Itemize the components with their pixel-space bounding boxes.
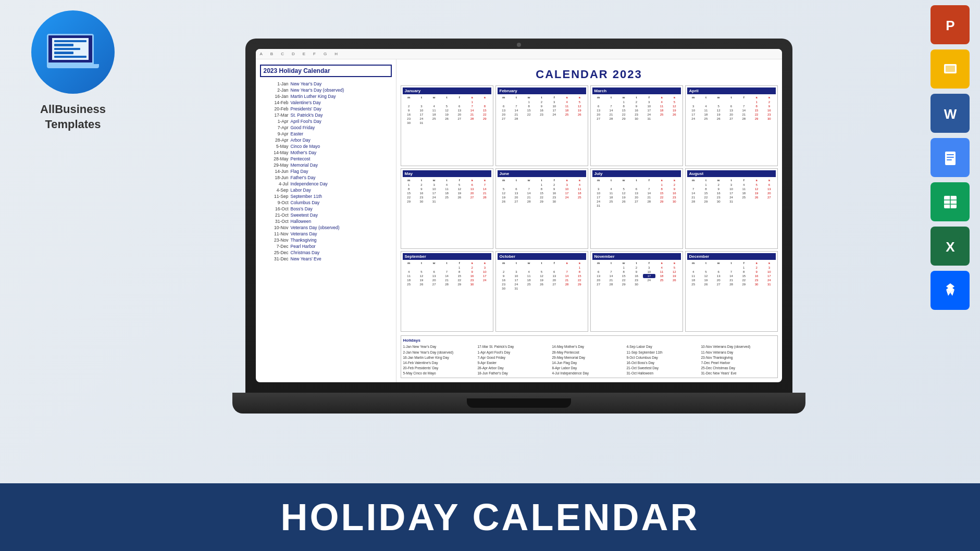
holiday-list-item: 14-FebValentine's Day [260, 100, 392, 105]
week-row: 123456 [687, 183, 776, 187]
day-cell: 24 [548, 112, 561, 117]
day-cell [510, 183, 523, 187]
day-cell: 9 [630, 104, 642, 108]
day-cell [605, 204, 617, 208]
holiday-name: New Year's Day [291, 81, 322, 86]
word-icon[interactable]: W [931, 94, 970, 133]
day-cell: 3 [643, 100, 655, 104]
holiday-date: 28-Apr [260, 137, 289, 143]
day-cell: 4 [605, 187, 617, 191]
week-row: 21222324252627 [687, 195, 776, 199]
day-cell: 18 [655, 108, 668, 112]
day-cell: 9 [668, 187, 680, 191]
week-row: 3031 [498, 286, 586, 291]
day-cell: 12 [700, 274, 712, 278]
holiday-col-1: 1-Jan New Year's Day2-Jan New Year's Day… [403, 344, 477, 375]
week-row: 16171819202122 [403, 112, 491, 117]
day-cell [535, 117, 548, 121]
holiday-date: 9-Oct [260, 200, 289, 205]
day-cell: 5 [573, 100, 586, 104]
day-cell: 30 [466, 282, 478, 286]
day-cell: 28 [605, 117, 617, 121]
holiday-name: Pearl Harbor [291, 244, 316, 249]
day-cell: 18 [561, 108, 573, 112]
holiday-name: Cinco de Mayo [291, 144, 320, 149]
day-cell: 5 [668, 100, 680, 104]
day-cell [617, 183, 630, 187]
day-header: w [712, 95, 725, 99]
month-name-october: October [498, 253, 586, 260]
day-cell: 11 [687, 274, 700, 278]
day-cell: 8 [535, 187, 548, 191]
day-cell: 8 [738, 270, 750, 274]
google-slides-icon[interactable] [931, 49, 970, 89]
week-row: 24252627282930 [592, 199, 681, 204]
month-block-november: Novembermtwtfss1234567891011121314151617… [590, 251, 683, 332]
day-cell: 13 [453, 108, 466, 112]
day-cell: 1 [750, 100, 763, 104]
day-cell [510, 266, 523, 270]
google-sheets-icon[interactable] [931, 182, 970, 221]
powerpoint-icon[interactable]: P [931, 5, 970, 44]
svg-rect-9 [947, 154, 954, 155]
holiday-date: 17-Mar [260, 112, 289, 118]
day-header: t [535, 178, 548, 182]
day-cell: 15 [617, 108, 630, 112]
day-cell: 18 [573, 191, 586, 195]
holiday-list-item: 14-JunFlag Day [260, 169, 392, 174]
dropbox-icon[interactable] [931, 271, 970, 310]
week-row: 12345 [592, 266, 681, 270]
holiday-name: Veterans Day (observed) [291, 225, 340, 230]
day-cell: 7 [605, 270, 617, 274]
day-cell: 14 [466, 108, 478, 112]
bottom-holidays-section: Holidays 1-Jan New Year's Day2-Jan New Y… [401, 335, 778, 378]
day-cell [738, 100, 750, 104]
day-cell: 30 [763, 117, 775, 121]
day-cell: 17 [428, 191, 440, 195]
week-row: 22232425262728 [403, 195, 491, 199]
day-cell: 22 [403, 195, 415, 199]
calendar-panel: CALENDAR 2023 Januarymtwtfss123456789101… [396, 59, 782, 382]
day-cell: 28 [605, 282, 617, 286]
day-cell: 3 [643, 266, 655, 270]
day-header: m [403, 178, 415, 182]
holiday-name: Memorial Day [291, 162, 318, 168]
day-cell: 11 [573, 187, 586, 191]
day-header: s [561, 261, 573, 265]
holiday-list-item: 7-DecPearl Harbor [260, 244, 392, 249]
week-row: 16171819202122 [498, 278, 586, 282]
excel-icon[interactable]: X [931, 227, 970, 266]
day-cell [561, 199, 573, 204]
day-cell [738, 199, 750, 204]
day-header: m [592, 95, 605, 99]
day-cell: 24 [643, 112, 655, 117]
google-docs-icon[interactable] [931, 138, 970, 177]
day-cell: 17 [643, 108, 655, 112]
day-cell: 11 [403, 274, 415, 278]
day-cell [687, 183, 700, 187]
day-cell: 22 [617, 112, 630, 117]
day-cell: 1 [403, 183, 415, 187]
day-cell: 5 [668, 266, 680, 270]
day-header: t [700, 178, 712, 182]
week-row: 10111213141516 [592, 191, 681, 195]
day-cell: 10 [510, 274, 523, 278]
day-cell [605, 266, 617, 270]
day-cell: 7 [605, 104, 617, 108]
day-cell: 8 [573, 270, 586, 274]
day-cell: 5 [415, 270, 428, 274]
holiday-list-item: 17-MarSt. Patrick's Day [260, 112, 392, 118]
week-row: 567891011 [498, 187, 586, 191]
day-cell: 22 [573, 278, 586, 282]
holiday-bottom-item: 1-Jan New Year's Day [403, 344, 477, 349]
day-cell: 30 [750, 282, 763, 286]
day-cell: 29 [573, 282, 586, 286]
day-cell: 26 [700, 282, 712, 286]
week-row: 11121314151617 [403, 274, 491, 278]
month-days-header: mtwtfss [687, 261, 776, 265]
day-header: s [668, 261, 680, 265]
day-cell: 10 [561, 187, 573, 191]
week-row: 1234 [498, 183, 586, 187]
day-header: w [523, 261, 535, 265]
day-header: s [668, 95, 680, 99]
